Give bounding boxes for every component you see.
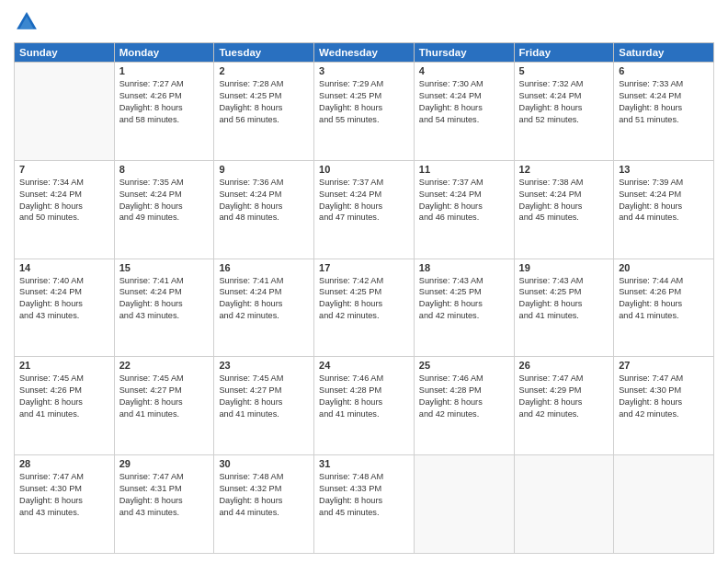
calendar-cell: 27Sunrise: 7:47 AMSunset: 4:30 PMDayligh… <box>614 357 714 455</box>
cell-text-line: Sunset: 4:24 PM <box>519 90 609 102</box>
calendar-cell: 2Sunrise: 7:28 AMSunset: 4:25 PMDaylight… <box>214 63 314 161</box>
cell-text-line: Sunset: 4:27 PM <box>119 385 210 396</box>
cell-text-line: Sunrise: 7:36 AM <box>219 177 309 189</box>
cell-text-line: Daylight: 8 hours <box>19 298 109 310</box>
calendar-week-4: 21Sunrise: 7:45 AMSunset: 4:26 PMDayligh… <box>15 357 714 455</box>
calendar-cell: 12Sunrise: 7:38 AMSunset: 4:24 PMDayligh… <box>514 160 614 259</box>
day-number: 28 <box>19 458 109 469</box>
day-number: 4 <box>419 65 509 76</box>
cell-text-line: Daylight: 8 hours <box>419 102 509 114</box>
cell-text-line: Daylight: 8 hours <box>419 396 509 408</box>
cell-text-line: Daylight: 8 hours <box>219 396 309 408</box>
cell-text-line: Sunrise: 7:46 AM <box>319 373 409 385</box>
cell-text-line: and 41 minutes. <box>219 408 309 420</box>
calendar-week-5: 28Sunrise: 7:47 AMSunset: 4:30 PMDayligh… <box>15 455 714 554</box>
cell-text-line: Daylight: 8 hours <box>19 201 109 213</box>
weekday-header-sunday: Sunday <box>15 43 115 63</box>
weekday-header-row: SundayMondayTuesdayWednesdayThursdayFrid… <box>15 43 714 63</box>
cell-text-line: Daylight: 8 hours <box>219 298 309 310</box>
day-number: 19 <box>519 262 609 273</box>
day-number: 16 <box>219 262 309 273</box>
day-number: 22 <box>119 360 210 371</box>
cell-text-line: Sunset: 4:24 PM <box>219 189 309 201</box>
weekday-header-monday: Monday <box>114 43 214 63</box>
cell-text-line: Sunrise: 7:42 AM <box>319 275 409 287</box>
day-number: 10 <box>319 164 409 175</box>
cell-text-line: and 41 minutes. <box>519 310 609 322</box>
cell-text-line: Sunrise: 7:28 AM <box>219 78 309 90</box>
day-number: 9 <box>219 164 309 175</box>
day-number: 24 <box>319 360 409 371</box>
calendar-cell: 19Sunrise: 7:43 AMSunset: 4:25 PMDayligh… <box>514 259 614 357</box>
day-number: 17 <box>319 262 409 273</box>
weekday-header-thursday: Thursday <box>414 43 514 63</box>
calendar-week-1: 1Sunrise: 7:27 AMSunset: 4:26 PMDaylight… <box>15 63 714 161</box>
cell-text-line: Sunset: 4:24 PM <box>619 189 709 201</box>
calendar-header: SundayMondayTuesdayWednesdayThursdayFrid… <box>15 43 714 63</box>
calendar-cell: 11Sunrise: 7:37 AMSunset: 4:24 PMDayligh… <box>414 160 514 259</box>
cell-text-line: Daylight: 8 hours <box>319 495 409 507</box>
cell-text-line: Daylight: 8 hours <box>319 201 409 213</box>
day-number: 20 <box>619 262 709 273</box>
cell-text-line: Sunset: 4:32 PM <box>219 483 309 495</box>
day-number: 14 <box>19 262 109 273</box>
cell-text-line: Sunrise: 7:47 AM <box>619 373 709 385</box>
cell-text-line: Sunrise: 7:46 AM <box>419 373 509 385</box>
cell-text-line: Daylight: 8 hours <box>519 298 609 310</box>
cell-text-line: Sunset: 4:25 PM <box>319 286 409 298</box>
day-number: 1 <box>119 65 210 76</box>
cell-text-line: Daylight: 8 hours <box>19 495 109 507</box>
cell-text-line: Sunrise: 7:30 AM <box>419 78 509 90</box>
calendar-cell: 22Sunrise: 7:45 AMSunset: 4:27 PMDayligh… <box>114 357 214 455</box>
cell-text-line: Daylight: 8 hours <box>119 495 210 507</box>
cell-text-line: and 50 minutes. <box>19 212 109 224</box>
cell-text-line: Sunrise: 7:47 AM <box>519 373 609 385</box>
calendar-cell: 24Sunrise: 7:46 AMSunset: 4:28 PMDayligh… <box>314 357 415 455</box>
cell-text-line: Sunset: 4:27 PM <box>219 385 309 396</box>
calendar-cell: 30Sunrise: 7:48 AMSunset: 4:32 PMDayligh… <box>214 455 314 554</box>
calendar-cell: 5Sunrise: 7:32 AMSunset: 4:24 PMDaylight… <box>514 63 614 161</box>
cell-text-line: Sunset: 4:25 PM <box>519 286 609 298</box>
cell-text-line: and 56 minutes. <box>219 114 309 126</box>
cell-text-line: Sunrise: 7:41 AM <box>119 275 210 287</box>
cell-text-line: Sunrise: 7:45 AM <box>219 373 309 385</box>
cell-text-line: Sunset: 4:24 PM <box>19 189 109 201</box>
cell-text-line: Daylight: 8 hours <box>119 396 210 408</box>
cell-text-line: and 41 minutes. <box>119 408 210 420</box>
calendar-cell: 13Sunrise: 7:39 AMSunset: 4:24 PMDayligh… <box>614 160 714 259</box>
calendar-cell: 29Sunrise: 7:47 AMSunset: 4:31 PMDayligh… <box>114 455 214 554</box>
cell-text-line: Sunrise: 7:39 AM <box>619 177 709 189</box>
cell-text-line: and 42 minutes. <box>419 310 509 322</box>
cell-text-line: Daylight: 8 hours <box>219 102 309 114</box>
calendar-cell <box>15 63 115 161</box>
cell-text-line: Daylight: 8 hours <box>419 201 509 213</box>
day-number: 5 <box>519 65 609 76</box>
calendar-cell <box>514 455 614 554</box>
calendar-cell: 1Sunrise: 7:27 AMSunset: 4:26 PMDaylight… <box>114 63 214 161</box>
cell-text-line: Daylight: 8 hours <box>419 298 509 310</box>
cell-text-line: Daylight: 8 hours <box>119 298 210 310</box>
cell-text-line: Sunset: 4:25 PM <box>219 90 309 102</box>
cell-text-line: Daylight: 8 hours <box>119 102 210 114</box>
calendar-cell: 7Sunrise: 7:34 AMSunset: 4:24 PMDaylight… <box>15 160 115 259</box>
cell-text-line: Sunset: 4:24 PM <box>419 189 509 201</box>
cell-text-line: Sunrise: 7:27 AM <box>119 78 210 90</box>
calendar-cell: 21Sunrise: 7:45 AMSunset: 4:26 PMDayligh… <box>15 357 115 455</box>
cell-text-line: and 46 minutes. <box>419 212 509 224</box>
cell-text-line: Sunset: 4:26 PM <box>19 385 109 396</box>
cell-text-line: Sunset: 4:28 PM <box>319 385 409 396</box>
calendar-cell: 3Sunrise: 7:29 AMSunset: 4:25 PMDaylight… <box>314 63 415 161</box>
cell-text-line: Sunrise: 7:45 AM <box>119 373 210 385</box>
calendar-cell: 8Sunrise: 7:35 AMSunset: 4:24 PMDaylight… <box>114 160 214 259</box>
cell-text-line: Sunrise: 7:41 AM <box>219 275 309 287</box>
cell-text-line: and 45 minutes. <box>519 212 609 224</box>
day-number: 13 <box>619 164 709 175</box>
day-number: 2 <box>219 65 309 76</box>
calendar-cell <box>414 455 514 554</box>
cell-text-line: Daylight: 8 hours <box>19 396 109 408</box>
calendar-cell: 26Sunrise: 7:47 AMSunset: 4:29 PMDayligh… <box>514 357 614 455</box>
cell-text-line: Sunset: 4:24 PM <box>419 90 509 102</box>
calendar-cell: 23Sunrise: 7:45 AMSunset: 4:27 PMDayligh… <box>214 357 314 455</box>
day-number: 30 <box>219 458 309 469</box>
cell-text-line: Sunset: 4:33 PM <box>319 483 409 495</box>
